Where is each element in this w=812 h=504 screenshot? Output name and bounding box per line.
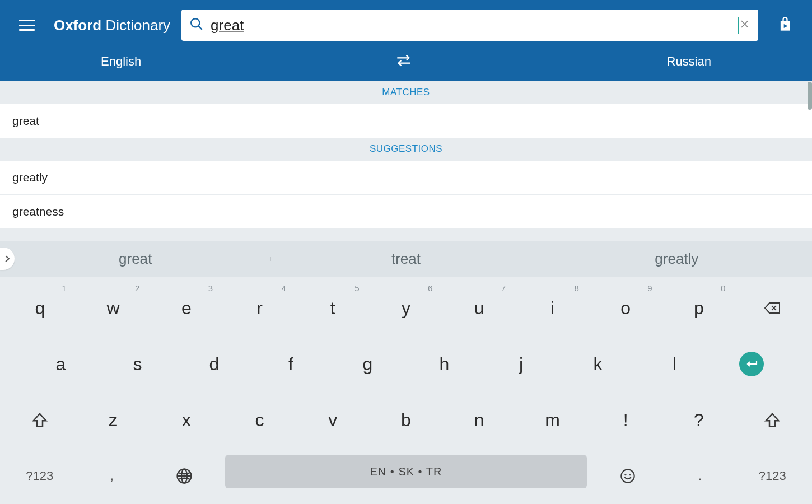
key-language[interactable]: [148, 448, 221, 504]
search-icon: [189, 17, 204, 34]
keyboard-row-2: a s d f g h j k l: [0, 336, 812, 392]
matches-header: MATCHES: [0, 81, 812, 104]
key-c[interactable]: c: [223, 392, 296, 448]
key-q[interactable]: q1: [3, 280, 77, 336]
key-l[interactable]: l: [636, 336, 713, 392]
key-i[interactable]: i8: [516, 280, 589, 336]
key-e[interactable]: e3: [150, 280, 223, 336]
search-input[interactable]: [204, 17, 745, 34]
key-symbols-right[interactable]: ?123: [736, 448, 809, 504]
header-top-bar: Oxford Dictionary: [0, 0, 812, 50]
app-title: Oxford Dictionary: [54, 17, 170, 34]
svg-point-12: [621, 469, 634, 482]
key-space[interactable]: EN • SK • TR: [225, 455, 587, 488]
key-s[interactable]: s: [99, 336, 176, 392]
app-title-light: Dictionary: [101, 17, 170, 34]
key-x[interactable]: x: [150, 392, 223, 448]
key-period[interactable]: .: [664, 448, 736, 504]
svg-point-13: [625, 474, 626, 475]
key-w[interactable]: w2: [77, 280, 150, 336]
language-bar: English Russian: [0, 50, 812, 81]
key-p[interactable]: p0: [662, 280, 736, 336]
match-item[interactable]: great: [0, 104, 812, 138]
store-icon[interactable]: [777, 16, 793, 34]
key-b[interactable]: b: [370, 392, 443, 448]
app-header: Oxford Dictionary English Russian: [0, 0, 812, 81]
key-enter[interactable]: [713, 336, 790, 392]
keyboard-row-4: ?123 , EN • SK • TR . ?123: [0, 448, 812, 504]
enter-icon: [739, 352, 764, 376]
key-j[interactable]: j: [483, 336, 559, 392]
key-shift-left[interactable]: [3, 392, 77, 448]
key-h[interactable]: h: [406, 336, 483, 392]
suggestions-header: SUGGESTIONS: [0, 138, 812, 160]
key-o[interactable]: o9: [589, 280, 662, 336]
keyboard-suggestion-bar: great treat greatly: [0, 241, 812, 277]
keyboard-rows: q1 w2 e3 r4 t5 y6 u7 i8 o9 p0 a s d f g …: [0, 277, 812, 504]
scrollbar-thumb[interactable]: [808, 82, 812, 110]
key-z[interactable]: z: [77, 392, 150, 448]
key-v[interactable]: v: [296, 392, 370, 448]
svg-line-1: [198, 26, 202, 30]
suggestion-item[interactable]: greatness: [0, 194, 812, 228]
keyboard-suggestion[interactable]: great: [0, 250, 270, 268]
keyboard-row-3: z x c v b n m ! ?: [0, 392, 812, 448]
on-screen-keyboard: great treat greatly q1 w2 e3 r4 t5 y6 u7…: [0, 241, 812, 504]
key-backspace[interactable]: [735, 280, 809, 336]
keyboard-suggestion[interactable]: greatly: [542, 250, 812, 268]
key-d[interactable]: d: [176, 336, 253, 392]
keyboard-suggestion[interactable]: treat: [270, 250, 541, 268]
app-title-bold: Oxford: [54, 17, 101, 34]
key-shift-right[interactable]: [735, 392, 809, 448]
key-u[interactable]: u7: [442, 280, 516, 336]
language-from[interactable]: English: [101, 54, 141, 69]
key-m[interactable]: m: [516, 392, 589, 448]
svg-point-14: [629, 474, 630, 475]
key-a[interactable]: a: [22, 336, 99, 392]
svg-point-0: [191, 18, 199, 27]
key-f[interactable]: f: [253, 336, 329, 392]
clear-icon[interactable]: [739, 18, 750, 32]
search-results: MATCHES great SUGGESTIONS greatly greatn…: [0, 81, 812, 228]
key-comma[interactable]: ,: [76, 448, 148, 504]
swap-languages-icon[interactable]: [396, 54, 412, 69]
keyboard-row-1: q1 w2 e3 r4 t5 y6 u7 i8 o9 p0: [0, 280, 812, 336]
menu-icon[interactable]: [19, 20, 35, 31]
key-symbols-left[interactable]: ?123: [3, 448, 76, 504]
key-g[interactable]: g: [329, 336, 406, 392]
key-n[interactable]: n: [442, 392, 516, 448]
key-r[interactable]: r4: [223, 280, 296, 336]
language-to[interactable]: Russian: [667, 54, 711, 69]
key-exclaim[interactable]: !: [589, 392, 662, 448]
key-k[interactable]: k: [559, 336, 636, 392]
suggestion-item[interactable]: greatly: [0, 160, 812, 194]
search-field[interactable]: [181, 10, 758, 41]
key-y[interactable]: y6: [370, 280, 443, 336]
key-t[interactable]: t5: [296, 280, 370, 336]
key-emoji[interactable]: [591, 448, 664, 504]
key-question[interactable]: ?: [662, 392, 736, 448]
